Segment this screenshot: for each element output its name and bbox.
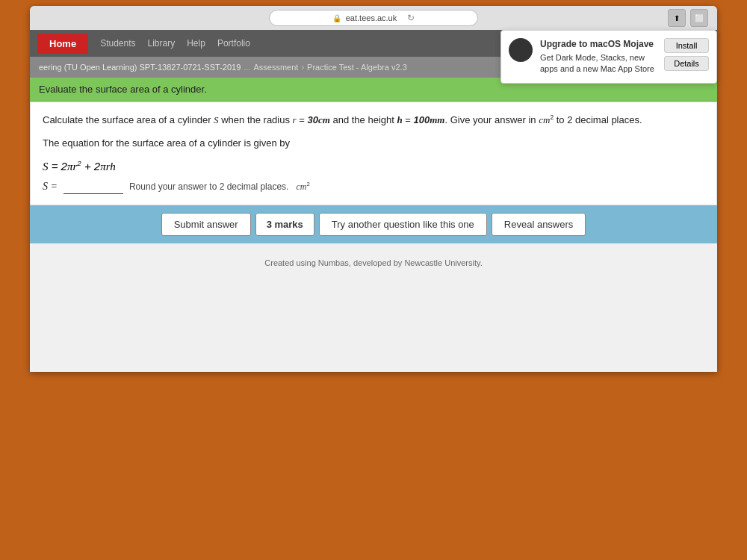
empty-space xyxy=(30,282,717,372)
install-button[interactable]: Install xyxy=(664,38,709,53)
notification-title: Upgrade to macOS Mojave xyxy=(540,38,657,51)
question-body: Calculate the surface area of a cylinder… xyxy=(30,102,717,205)
url-bar[interactable]: 🔒 eat.tees.ac.uk ↻ xyxy=(269,10,478,26)
content-area: Evaluate the surface area of a cylinder.… xyxy=(30,78,717,372)
marks-badge: 3 marks xyxy=(255,213,314,236)
notification-subtitle: Get Dark Mode, Stacks, new apps and a ne… xyxy=(540,52,657,75)
nav-help[interactable]: Help xyxy=(187,38,205,49)
browser-btn-new-tab[interactable]: ⬜ xyxy=(690,9,708,27)
submit-button[interactable]: Submit answer xyxy=(161,213,251,236)
question-text: Calculate the surface area of a cylinder… xyxy=(43,113,704,128)
footer: Created using Numbas, developed by Newca… xyxy=(30,243,717,282)
browser-buttons: ⬆ ⬜ xyxy=(668,9,708,27)
notification-content: Upgrade to macOS Mojave Get Dark Mode, S… xyxy=(540,38,657,75)
nav-students[interactable]: Students xyxy=(100,38,135,49)
answer-label: S = xyxy=(43,181,58,193)
refresh-icon[interactable]: ↻ xyxy=(407,13,415,23)
breadcrumb-assessment[interactable]: Assessment xyxy=(253,63,298,72)
breadcrumb-practice[interactable]: Practice Test - Algebra v2.3 xyxy=(307,63,407,72)
hint-text: Round your answer to 2 decimal places. xyxy=(129,181,288,192)
apple-icon xyxy=(509,38,533,62)
try-another-button[interactable]: Try another question like this one xyxy=(319,213,487,236)
nav-portfolio[interactable]: Portfolio xyxy=(217,38,250,49)
breadcrumb-sep1: ... xyxy=(244,63,250,72)
answer-input[interactable] xyxy=(63,179,123,194)
url-text: eat.tees.ac.uk xyxy=(346,13,397,22)
equation-intro: The equation for the surface area of a c… xyxy=(43,136,704,152)
lock-icon: 🔒 xyxy=(332,14,341,22)
breadcrumb-course[interactable]: eering (TU Open Learning) SPT-13827-0721… xyxy=(39,63,241,72)
action-bar: Submit answer 3 marks Try another questi… xyxy=(30,205,717,243)
reveal-button[interactable]: Reveal answers xyxy=(492,213,586,236)
nav-library[interactable]: Library xyxy=(148,38,176,49)
formula-display: S = 2πr2 + 2πrh xyxy=(43,159,704,173)
nav-links: Students Library Help Portfolio xyxy=(100,38,250,49)
breadcrumb-sep2: › xyxy=(301,63,304,72)
notification-popup: Upgrade to macOS Mojave Get Dark Mode, S… xyxy=(500,30,717,84)
footer-text: Created using Numbas, developed by Newca… xyxy=(264,258,482,267)
browser-btn-share[interactable]: ⬆ xyxy=(668,9,686,27)
details-button[interactable]: Details xyxy=(664,56,709,71)
browser-titlebar: 🔒 eat.tees.ac.uk ↻ ⬆ ⬜ Upgrade to macOS … xyxy=(30,6,717,30)
notification-actions: Install Details xyxy=(664,38,709,71)
home-button[interactable]: Home xyxy=(37,34,88,54)
answer-line: S = Round your answer to 2 decimal place… xyxy=(43,179,704,194)
answer-hint: Round your answer to 2 decimal places. c… xyxy=(129,181,310,193)
